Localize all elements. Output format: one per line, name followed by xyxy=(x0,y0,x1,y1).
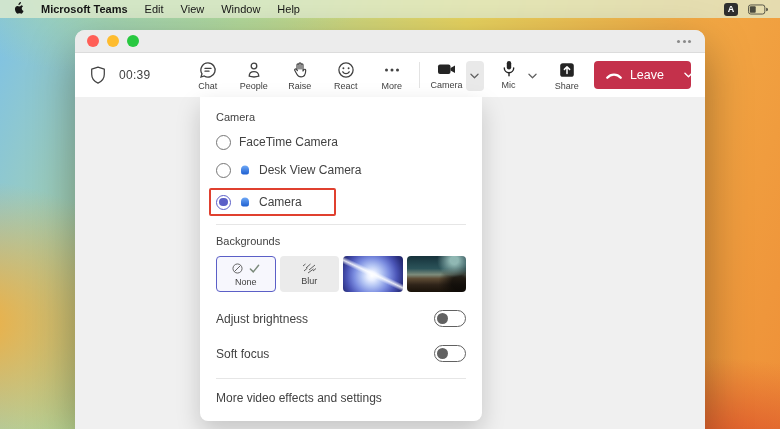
meeting-stage: Camera FaceTime Camera Desk View Camera … xyxy=(75,97,705,429)
mic-dropdown-chevron[interactable] xyxy=(524,61,542,91)
input-source-badge[interactable]: A xyxy=(724,3,738,16)
raise-hand-button[interactable]: Raise xyxy=(281,60,319,91)
camera-button[interactable]: Camera xyxy=(428,59,466,90)
hang-up-icon xyxy=(605,70,623,80)
radio-selected-icon[interactable] xyxy=(216,195,231,210)
minimize-window-button[interactable] xyxy=(107,35,119,47)
leave-dropdown-chevron[interactable] xyxy=(675,61,691,89)
menu-divider xyxy=(216,378,466,379)
selected-checkmark-icon xyxy=(248,263,261,274)
chat-button[interactable]: Chat xyxy=(189,60,227,91)
camera-option-facetime[interactable]: FaceTime Camera xyxy=(216,132,466,152)
share-icon xyxy=(557,60,577,80)
adjust-brightness-label: Adjust brightness xyxy=(216,312,308,326)
react-button[interactable]: React xyxy=(327,60,365,91)
background-tile-landscape-image[interactable] xyxy=(407,256,466,292)
camera-dropdown-chevron[interactable] xyxy=(466,61,484,91)
continuity-camera-device-icon xyxy=(239,164,251,176)
leave-button-group: Leave xyxy=(594,61,691,89)
toolbar-divider xyxy=(419,62,420,88)
adjust-brightness-toggle[interactable] xyxy=(434,310,466,327)
camera-option-desk-view[interactable]: Desk View Camera xyxy=(216,160,466,180)
camera-section-title: Camera xyxy=(216,111,466,123)
camera-settings-menu: Camera FaceTime Camera Desk View Camera … xyxy=(200,97,482,421)
menubar-item-window[interactable]: Window xyxy=(221,3,260,15)
teams-window: 00:39 Chat People Raise React More xyxy=(75,30,705,429)
backgrounds-section-title: Backgrounds xyxy=(216,235,466,247)
raise-hand-icon xyxy=(290,60,310,80)
more-video-effects-link[interactable]: More video effects and settings xyxy=(216,391,466,405)
menu-bar: Microsoft Teams Edit View Window Help A xyxy=(0,0,780,18)
none-circle-slash-icon xyxy=(231,262,244,275)
camera-icon xyxy=(436,59,458,79)
chevron-down-icon xyxy=(527,72,538,80)
menu-divider xyxy=(216,224,466,225)
close-window-button[interactable] xyxy=(87,35,99,47)
mic-icon xyxy=(499,59,519,79)
background-tile-none[interactable]: None xyxy=(216,256,276,292)
zoom-window-button[interactable] xyxy=(127,35,139,47)
soft-focus-toggle[interactable] xyxy=(434,345,466,362)
window-more-icon[interactable] xyxy=(675,38,693,45)
react-smiley-icon xyxy=(336,60,356,80)
people-icon xyxy=(244,60,264,80)
radio-unselected-icon[interactable] xyxy=(216,163,231,178)
menubar-app-name[interactable]: Microsoft Teams xyxy=(41,3,128,15)
chevron-down-icon xyxy=(683,71,691,79)
battery-icon[interactable] xyxy=(748,4,768,15)
apple-logo-icon xyxy=(12,1,24,15)
camera-option-camera-selected[interactable]: Camera xyxy=(209,188,336,216)
leave-button[interactable]: Leave xyxy=(594,61,675,89)
more-button[interactable]: More xyxy=(373,60,411,91)
call-toolbar: 00:39 Chat People Raise React More xyxy=(75,53,705,97)
apple-menu[interactable] xyxy=(12,1,24,17)
chevron-down-icon xyxy=(469,72,480,80)
mic-button[interactable]: Mic xyxy=(494,59,524,90)
chat-icon xyxy=(198,60,218,80)
menubar-item-help[interactable]: Help xyxy=(277,3,300,15)
background-tile-blur[interactable]: Blur xyxy=(280,256,339,292)
more-dots-icon xyxy=(382,60,402,80)
menubar-item-view[interactable]: View xyxy=(181,3,205,15)
background-tile-space-image[interactable] xyxy=(343,256,402,292)
menubar-item-edit[interactable]: Edit xyxy=(145,3,164,15)
blur-pattern-icon xyxy=(300,262,318,274)
people-button[interactable]: People xyxy=(235,60,273,91)
continuity-camera-device-icon xyxy=(239,196,251,208)
call-timer: 00:39 xyxy=(119,68,151,82)
window-titlebar xyxy=(75,30,705,53)
shield-icon xyxy=(89,65,107,85)
radio-unselected-icon[interactable] xyxy=(216,135,231,150)
share-button[interactable]: Share xyxy=(552,60,582,91)
soft-focus-label: Soft focus xyxy=(216,347,269,361)
